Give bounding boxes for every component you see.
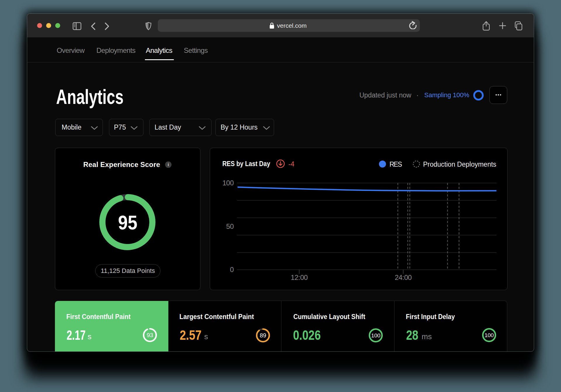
svg-text:12:00: 12:00 [291,273,308,281]
svg-text:0: 0 [230,266,234,273]
svg-text:24:00: 24:00 [395,273,412,281]
svg-text:50: 50 [226,222,234,230]
svg-text:89: 89 [260,332,266,339]
svg-text:100: 100 [371,332,380,339]
svg-text:93: 93 [147,332,153,338]
svg-text:100: 100 [484,332,494,338]
svg-text:100: 100 [222,179,234,187]
